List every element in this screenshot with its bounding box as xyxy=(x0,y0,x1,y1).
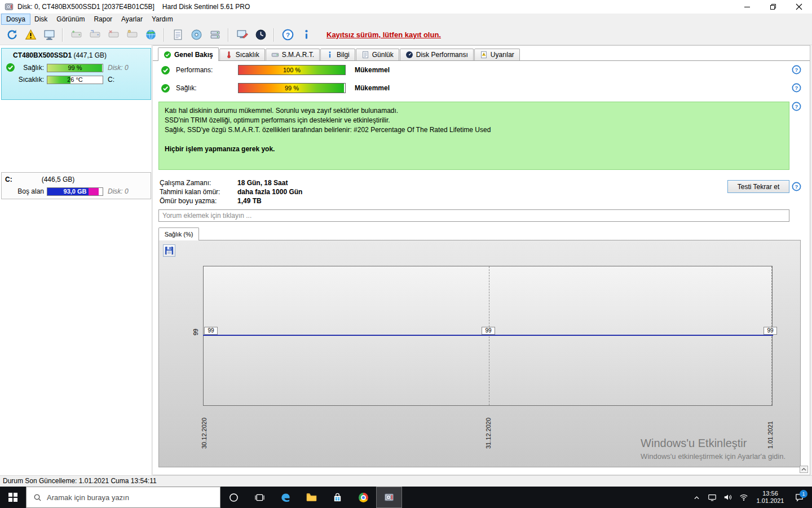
health-label: Sağlık: xyxy=(176,84,238,92)
menu-ayarlar[interactable]: Ayarlar xyxy=(117,14,147,24)
disk-icon-3[interactable] xyxy=(106,28,121,42)
performance-rating: Mükemmel xyxy=(355,66,390,74)
health-label: Sağlık: xyxy=(2,64,47,72)
tab-bilgi[interactable]: Bilgi xyxy=(320,49,355,60)
warning-icon[interactable] xyxy=(23,28,38,42)
menu-rapor[interactable]: Rapor xyxy=(89,14,117,24)
main-panel: Genel Bakış Sıcaklık S.M.A.R.T. Bilgi Gü… xyxy=(153,45,810,475)
tab-sicaklik[interactable]: Sıcaklık xyxy=(219,49,265,60)
health-value: 99 % xyxy=(239,84,345,93)
window-titlebar: Disk: 0, CT480BX500SSD1 [2037E4B01C5B] H… xyxy=(0,0,812,14)
svg-text:?: ? xyxy=(795,103,798,110)
menu-disk[interactable]: Disk xyxy=(30,14,52,24)
globe-icon[interactable] xyxy=(143,28,158,42)
chart-plot-area xyxy=(203,266,773,406)
retest-button[interactable]: Testi Tekrar et xyxy=(727,180,789,193)
windows-logo-icon xyxy=(8,493,17,502)
lifetime-writes-value: 1,49 TB xyxy=(237,197,262,206)
toolbar-separator xyxy=(164,28,165,42)
store-icon xyxy=(333,493,342,502)
chart-tab-saglik[interactable]: Sağlık (%) xyxy=(158,227,199,240)
partition-title: C:(446,5 GB) xyxy=(2,173,151,183)
health-meter: 99 % xyxy=(47,64,103,72)
surface-test-disc-icon[interactable] xyxy=(189,28,204,42)
cortana-icon xyxy=(229,493,239,502)
hard-disk-sentinel-button[interactable] xyxy=(376,487,402,508)
start-button[interactable] xyxy=(0,487,26,508)
collapse-chevron-button[interactable] xyxy=(800,466,808,473)
svg-text:?: ? xyxy=(795,67,798,73)
retest-help-icon[interactable]: ? xyxy=(792,182,801,191)
point-value-label: 99 xyxy=(204,327,218,335)
screen: Disk: 0, CT480BX500SSD1 [2037E4B01C5B] H… xyxy=(0,0,812,508)
gridline xyxy=(489,266,489,405)
menu-dosya[interactable]: Dosya xyxy=(2,14,30,24)
menu-yardim[interactable]: Yardım xyxy=(147,14,178,24)
tab-disk-performansi[interactable]: Disk Performansı xyxy=(400,49,474,60)
health-meter: 99 % xyxy=(238,83,346,93)
free-space-value: 93,0 GB xyxy=(47,188,103,195)
disk-icon-1[interactable] xyxy=(69,28,83,42)
chrome-icon xyxy=(359,493,368,502)
info-icon[interactable] xyxy=(299,28,314,42)
health-rating: Mükemmel xyxy=(355,84,390,92)
windows-activation-watermark: Windows'u Etkinleştir Windows'u etkinleş… xyxy=(641,437,785,461)
folder-icon xyxy=(306,493,317,502)
search-icon xyxy=(33,493,42,502)
taskbar-search[interactable] xyxy=(26,487,220,508)
tray-expand-chevron[interactable] xyxy=(689,487,704,508)
report-monitor-icon[interactable] xyxy=(42,28,56,42)
health-help-icon[interactable]: ? xyxy=(792,83,801,93)
chrome-button[interactable] xyxy=(350,487,376,508)
remaining-lifetime-value: daha fazla 1000 Gün xyxy=(237,188,302,197)
app-icon xyxy=(5,2,14,11)
task-view-button[interactable] xyxy=(246,487,272,508)
report-page-icon[interactable] xyxy=(170,28,185,42)
help-icon[interactable]: ? xyxy=(280,28,295,42)
svg-text:?: ? xyxy=(285,32,289,38)
refresh-icon[interactable] xyxy=(5,28,19,42)
comment-input[interactable] xyxy=(158,209,789,222)
partition-disk-index: Disk: 0 xyxy=(108,187,129,195)
temperature-label: Sıcaklık: xyxy=(2,76,47,84)
close-button[interactable] xyxy=(786,0,812,14)
disk-icon-4[interactable] xyxy=(125,28,139,42)
taskbar-clock[interactable]: 13:56 1.01.2021 xyxy=(752,490,788,505)
status-help-icon[interactable]: ? xyxy=(792,102,801,111)
network-icon[interactable] xyxy=(736,487,751,508)
cortana-button[interactable] xyxy=(220,487,246,508)
save-chart-button[interactable] xyxy=(163,244,175,257)
tab-genel-bakis[interactable]: Genel Bakış xyxy=(158,47,219,61)
tab-gunluk[interactable]: Günlük xyxy=(356,49,399,60)
file-explorer-button[interactable] xyxy=(298,487,324,508)
search-input[interactable] xyxy=(47,493,196,502)
tab-smart[interactable]: S.M.A.R.T. xyxy=(266,49,320,60)
status-update-text: Durum Son Güncelleme: 1.01.2021 Cuma 13:… xyxy=(3,477,157,485)
toolbar-separator xyxy=(62,28,63,42)
performance-value: 100 % xyxy=(239,65,345,75)
disk-list-item-selected[interactable]: CT480BX500SSD1 (447,1 GB) Sağlık: 99 % D… xyxy=(1,48,151,100)
edit-monitor-icon[interactable] xyxy=(235,28,249,42)
unregistered-notice-link[interactable]: Kayıtsız sürüm, lütfen kayıt olun. xyxy=(326,30,441,39)
health-ok-icon xyxy=(161,84,170,93)
disk-icon-2[interactable] xyxy=(87,28,102,42)
volume-icon[interactable] xyxy=(721,487,735,508)
point-value-label: 99 xyxy=(764,327,777,335)
performance-help-icon[interactable]: ? xyxy=(792,65,801,75)
edge-button[interactable] xyxy=(272,487,298,508)
menubar: Dosya Disk Görünüm Rapor Ayarlar Yardım xyxy=(0,14,812,25)
minimize-button[interactable] xyxy=(734,0,760,14)
disk-stack-icon[interactable] xyxy=(208,28,222,42)
task-view-icon xyxy=(255,493,264,502)
action-center-button[interactable]: 1 xyxy=(789,487,809,508)
disk-status-text: Katı hal diskinin durumu mükemmel. Sorun… xyxy=(158,102,789,170)
partition-letter: C: xyxy=(108,76,114,84)
restore-button[interactable] xyxy=(760,0,786,14)
scheduler-clock-icon[interactable] xyxy=(253,28,268,42)
performance-meter: 100 % xyxy=(238,65,346,75)
store-button[interactable] xyxy=(324,487,350,508)
menu-gorunum[interactable]: Görünüm xyxy=(52,14,89,24)
display-tray-icon[interactable] xyxy=(705,487,720,508)
partition-list-item[interactable]: C:(446,5 GB) Boş alan 93,0 GB Disk: 0 xyxy=(1,172,151,199)
tab-uyarilar[interactable]: Uyarılar xyxy=(474,49,520,60)
